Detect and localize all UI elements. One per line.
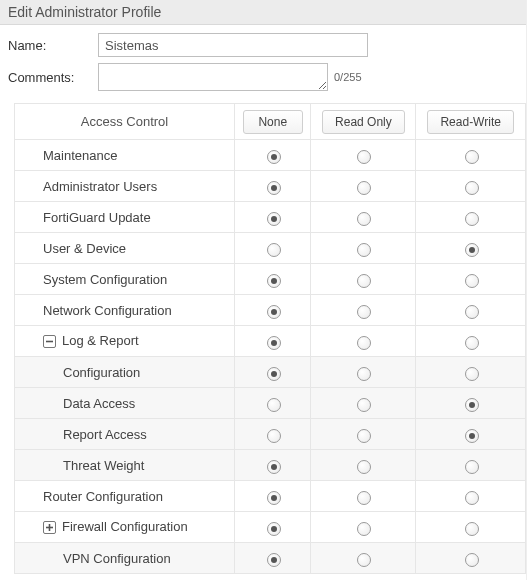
form-area: Name: Comments: 0/255 xyxy=(0,25,526,103)
row-label: FortiGuard Update xyxy=(43,210,151,225)
radio-read_write[interactable] xyxy=(465,274,479,288)
radio-cell-none xyxy=(235,140,311,171)
table-row: Administrator Users xyxy=(15,171,526,202)
table-row: Threat Weight xyxy=(15,450,526,481)
radio-cell-none xyxy=(235,419,311,450)
radio-cell-read_only xyxy=(311,543,416,574)
read-write-button[interactable]: Read-Write xyxy=(427,110,513,134)
name-label: Name: xyxy=(8,38,98,53)
table-row: User & Device xyxy=(15,233,526,264)
radio-read_write[interactable] xyxy=(465,522,479,536)
radio-read_write[interactable] xyxy=(465,305,479,319)
radio-cell-read_write xyxy=(416,326,526,357)
name-input[interactable] xyxy=(98,33,368,57)
radio-read_only[interactable] xyxy=(357,274,371,288)
radio-cell-read_only xyxy=(311,419,416,450)
radio-cell-read_write xyxy=(416,171,526,202)
radio-cell-read_write xyxy=(416,264,526,295)
row-label-cell: Log & Report xyxy=(15,326,235,357)
row-label-cell: System Configuration xyxy=(15,264,235,295)
radio-none[interactable] xyxy=(267,150,281,164)
radio-none[interactable] xyxy=(267,336,281,350)
radio-none[interactable] xyxy=(267,243,281,257)
radio-cell-read_only xyxy=(311,264,416,295)
radio-read_only[interactable] xyxy=(357,460,371,474)
radio-read_write[interactable] xyxy=(465,367,479,381)
table-row: VPN Configuration xyxy=(15,543,526,574)
radio-read_write[interactable] xyxy=(465,336,479,350)
row-label: Log & Report xyxy=(62,333,139,348)
radio-cell-none xyxy=(235,450,311,481)
header-read-write: Read-Write xyxy=(416,104,526,140)
radio-cell-read_only xyxy=(311,233,416,264)
radio-read_only[interactable] xyxy=(357,305,371,319)
radio-cell-read_write xyxy=(416,295,526,326)
radio-read_only[interactable] xyxy=(357,367,371,381)
radio-read_write[interactable] xyxy=(465,460,479,474)
radio-cell-none xyxy=(235,481,311,512)
radio-none[interactable] xyxy=(267,553,281,567)
table-row: Maintenance xyxy=(15,140,526,171)
radio-cell-read_write xyxy=(416,357,526,388)
row-label-cell: FortiGuard Update xyxy=(15,202,235,233)
radio-read_only[interactable] xyxy=(357,522,371,536)
radio-none[interactable] xyxy=(267,522,281,536)
row-label-cell: VPN Configuration xyxy=(15,543,235,574)
radio-none[interactable] xyxy=(267,429,281,443)
comments-label: Comments: xyxy=(8,70,98,85)
radio-read_only[interactable] xyxy=(357,181,371,195)
radio-read_write[interactable] xyxy=(465,398,479,412)
none-button[interactable]: None xyxy=(243,110,303,134)
radio-none[interactable] xyxy=(267,274,281,288)
radio-cell-read_only xyxy=(311,202,416,233)
radio-read_write[interactable] xyxy=(465,243,479,257)
comments-row: Comments: 0/255 xyxy=(8,63,518,91)
radio-read_only[interactable] xyxy=(357,429,371,443)
radio-none[interactable] xyxy=(267,212,281,226)
header-none: None xyxy=(235,104,311,140)
radio-read_only[interactable] xyxy=(357,336,371,350)
radio-none[interactable] xyxy=(267,367,281,381)
radio-read_write[interactable] xyxy=(465,212,479,226)
radio-read_only[interactable] xyxy=(357,212,371,226)
row-label: Maintenance xyxy=(43,148,117,163)
radio-cell-read_only xyxy=(311,171,416,202)
row-label-cell: Network Configuration xyxy=(15,295,235,326)
radio-cell-none xyxy=(235,171,311,202)
row-label: Data Access xyxy=(63,396,135,411)
radio-cell-none xyxy=(235,543,311,574)
radio-none[interactable] xyxy=(267,398,281,412)
read-only-button[interactable]: Read Only xyxy=(322,110,405,134)
radio-cell-read_write xyxy=(416,419,526,450)
radio-read_only[interactable] xyxy=(357,150,371,164)
radio-read_only[interactable] xyxy=(357,398,371,412)
table-row: Router Configuration xyxy=(15,481,526,512)
radio-cell-read_write xyxy=(416,233,526,264)
table-header-row: Access Control None Read Only Read-Write xyxy=(15,104,526,140)
name-row: Name: xyxy=(8,33,518,57)
radio-read_only[interactable] xyxy=(357,553,371,567)
table-row: Report Access xyxy=(15,419,526,450)
comments-input[interactable] xyxy=(98,63,328,91)
radio-none[interactable] xyxy=(267,305,281,319)
radio-cell-read_only xyxy=(311,481,416,512)
radio-read_write[interactable] xyxy=(465,491,479,505)
radio-cell-read_write xyxy=(416,202,526,233)
access-control-table: Access Control None Read Only Read-Write… xyxy=(14,103,526,574)
radio-none[interactable] xyxy=(267,491,281,505)
expand-icon[interactable] xyxy=(43,521,56,534)
radio-cell-read_write xyxy=(416,512,526,543)
table-body: MaintenanceAdministrator UsersFortiGuard… xyxy=(15,140,526,574)
radio-read_only[interactable] xyxy=(357,243,371,257)
radio-read_write[interactable] xyxy=(465,553,479,567)
collapse-icon[interactable] xyxy=(43,335,56,348)
radio-none[interactable] xyxy=(267,460,281,474)
radio-read_write[interactable] xyxy=(465,429,479,443)
radio-none[interactable] xyxy=(267,181,281,195)
table-row: FortiGuard Update xyxy=(15,202,526,233)
row-label-cell: User & Device xyxy=(15,233,235,264)
radio-cell-none xyxy=(235,202,311,233)
radio-read_write[interactable] xyxy=(465,181,479,195)
radio-read_only[interactable] xyxy=(357,491,371,505)
radio-read_write[interactable] xyxy=(465,150,479,164)
